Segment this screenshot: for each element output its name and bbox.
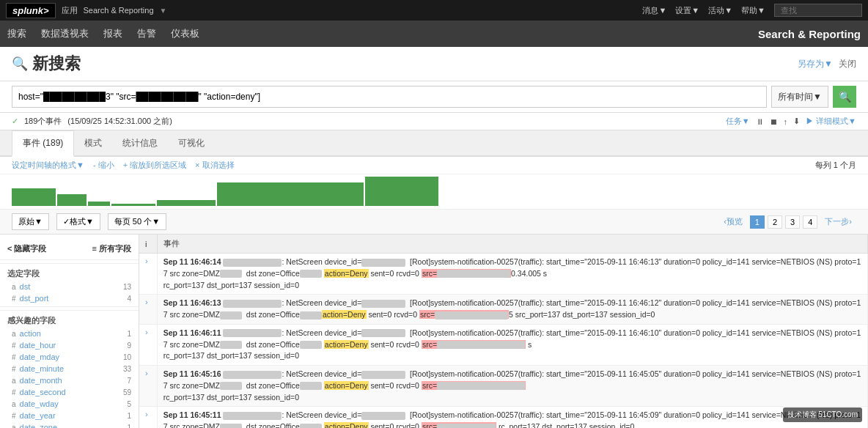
field-date-mday[interactable]: # date_mday 10 xyxy=(0,351,139,363)
second-nav-tabs: 搜索 数据透视表 报表 告警 仪表板 xyxy=(7,27,199,40)
field-date-zone-label: a date_zone xyxy=(12,423,57,428)
event-count: 189个事件 xyxy=(24,116,62,127)
field-dst-port[interactable]: # dst_port 4 xyxy=(0,292,139,304)
raw-format-button[interactable]: 原始▼ xyxy=(12,213,49,230)
field-action[interactable]: a action 1 xyxy=(0,328,139,339)
per-page-button[interactable]: 每页 50 个▼ xyxy=(108,213,166,230)
field-date-zone[interactable]: a date_zone 1 xyxy=(0,421,139,428)
field-date-wday-count: 5 xyxy=(127,400,131,408)
nav-activity[interactable]: 活动▼ xyxy=(708,5,732,16)
results-controls-left: 原始▼ ✓格式▼ 每页 50 个▼ xyxy=(12,213,166,230)
status-check-icon: ✓ xyxy=(12,117,18,126)
sidebar-toggle-fields[interactable]: < 隐藏字段 ≡ 所有字段 xyxy=(0,240,139,257)
all-fields-label[interactable]: ≡ 所有字段 xyxy=(92,243,131,254)
field-date-month[interactable]: a date_month 7 xyxy=(0,374,139,386)
results-area: i 事件 › Sep 11 16:46:14 : NetScreen devic… xyxy=(139,235,868,428)
app-chevron: ▼ xyxy=(160,7,167,15)
field-dst-label: a dst xyxy=(12,282,30,291)
search-button[interactable]: 🔍 xyxy=(833,86,856,108)
field-action-count: 1 xyxy=(127,330,131,338)
row-expand-3[interactable]: › xyxy=(139,324,157,365)
page-2-button[interactable]: 2 xyxy=(768,215,782,229)
chart-bar xyxy=(57,194,87,206)
nav-messages[interactable]: 消息▼ xyxy=(642,5,666,16)
row-expand-1[interactable]: › xyxy=(139,254,157,295)
nav-settings[interactable]: 设置▼ xyxy=(675,5,699,16)
field-date-minute[interactable]: # date_minute 33 xyxy=(0,363,139,374)
nav-reports[interactable]: 报表 xyxy=(103,27,122,40)
status-bar: ✓ 189个事件 (15/09/25 14:52:31.000 之前) 任务▼ … xyxy=(0,113,868,130)
field-date-wday-label: a date_wday xyxy=(12,399,59,408)
page-3-button[interactable]: 3 xyxy=(785,215,800,229)
table-row: › Sep 11 16:46:11 : NetScreen device_id=… xyxy=(139,324,868,365)
nav-dashboards[interactable]: 仪表板 xyxy=(171,27,199,40)
status-right: 任务▼ ⏸ ⏹ ↑ ⬇ ▶ 详细模式▼ xyxy=(726,116,856,127)
field-date-second-label: # date_second xyxy=(12,388,66,396)
chart-bar xyxy=(365,177,438,206)
event-cell-4: Sep 11 16:45:16 : NetScreen device_id= [… xyxy=(157,366,867,407)
tab-patterns[interactable]: 模式 xyxy=(74,131,112,157)
event-cell-3: Sep 11 16:46:11 : NetScreen device_id= [… xyxy=(157,324,867,365)
format-button[interactable]: ✓格式▼ xyxy=(56,213,100,230)
search-input[interactable] xyxy=(12,86,767,108)
time-range-picker[interactable]: 所有时间▼ xyxy=(771,86,828,108)
save-as-button[interactable]: 另存为▼ xyxy=(798,58,833,70)
field-action-label: a action xyxy=(12,329,41,338)
global-search-input[interactable] xyxy=(774,4,862,17)
chart-bar xyxy=(111,204,155,206)
search-icon: 🔍 xyxy=(12,56,28,72)
timeline-chart[interactable] xyxy=(0,174,868,210)
nav-alerts[interactable]: 告警 xyxy=(137,27,156,40)
save-icon[interactable]: ⬇ xyxy=(793,117,800,126)
page-1-button[interactable]: 1 xyxy=(750,215,765,229)
row-expand-2[interactable]: › xyxy=(139,295,157,325)
results-tabs: 事件 (189) 模式 统计信息 可视化 xyxy=(0,130,868,157)
timestamp: (15/09/25 14:52:31.000 之前) xyxy=(67,116,172,127)
table-row: › Sep 11 16:45:16 : NetScreen device_id=… xyxy=(139,366,868,407)
stop-icon[interactable]: ⏹ xyxy=(770,117,778,126)
next-page-button[interactable]: 下一步› xyxy=(820,215,856,229)
detail-mode-button[interactable]: ▶ 详细模式▼ xyxy=(806,116,856,127)
zoom-out-button[interactable]: - 缩小 xyxy=(93,160,114,171)
task-button[interactable]: 任务▼ xyxy=(726,116,750,127)
page-title: 新搜索 xyxy=(32,53,81,75)
page-title-group: 🔍 新搜索 xyxy=(12,53,81,75)
pause-icon[interactable]: ⏸ xyxy=(756,117,764,126)
sidebar: < 隐藏字段 ≡ 所有字段 选定字段 a dst 13 # dst_port 4… xyxy=(0,235,139,428)
page-4-button[interactable]: 4 xyxy=(803,215,817,229)
chart-bar xyxy=(88,202,110,206)
prev-page-button[interactable]: ‹预览 xyxy=(719,215,747,229)
row-expand-4[interactable]: › xyxy=(139,366,157,407)
field-date-wday[interactable]: a date_wday 5 xyxy=(0,398,139,410)
cancel-selection-button[interactable]: × 取消选择 xyxy=(195,160,234,171)
app-brand: Search & Reporting xyxy=(758,28,861,40)
nav-pivot[interactable]: 数据透视表 xyxy=(41,27,89,40)
hide-fields-label: < 隐藏字段 xyxy=(7,243,46,254)
tab-visualization[interactable]: 可视化 xyxy=(168,131,215,157)
search-bar: 所有时间▼ 🔍 xyxy=(0,81,868,113)
results-table: i 事件 › Sep 11 16:46:14 : NetScreen devic… xyxy=(139,235,868,428)
tab-statistics[interactable]: 统计信息 xyxy=(112,131,168,157)
field-date-minute-count: 33 xyxy=(123,365,131,373)
format-time-axis-button[interactable]: 设定时间轴的格式▼ xyxy=(12,160,84,171)
row-expand-5[interactable]: › xyxy=(139,407,157,428)
chart-bar xyxy=(217,182,364,206)
field-date-hour[interactable]: # date_hour 9 xyxy=(0,339,139,351)
zoom-in-button[interactable]: + 缩放到所选区域 xyxy=(123,160,186,171)
close-button[interactable]: 关闭 xyxy=(839,58,856,70)
nav-search[interactable]: 搜索 xyxy=(7,27,26,40)
field-date-year-count: 1 xyxy=(127,412,131,420)
field-date-year[interactable]: # date_year 1 xyxy=(0,410,139,421)
splunk-logo[interactable]: splunk> xyxy=(6,3,56,18)
chart-bar xyxy=(157,200,216,206)
tab-events[interactable]: 事件 (189) xyxy=(12,130,74,157)
pagination: ‹预览 1 2 3 4 下一步› xyxy=(719,215,856,229)
send-icon[interactable]: ↑ xyxy=(784,117,788,126)
nav-help[interactable]: 帮助▼ xyxy=(741,5,765,16)
field-date-second[interactable]: # date_second 59 xyxy=(0,386,139,398)
field-dst[interactable]: a dst 13 xyxy=(0,281,139,292)
field-date-minute-label: # date_minute xyxy=(12,364,64,373)
top-nav-left: splunk> 应用 Search & Reporting ▼ xyxy=(6,3,166,18)
app-name[interactable]: Search & Reporting xyxy=(84,6,154,15)
top-nav-right: 消息▼ 设置▼ 活动▼ 帮助▼ xyxy=(642,4,862,17)
